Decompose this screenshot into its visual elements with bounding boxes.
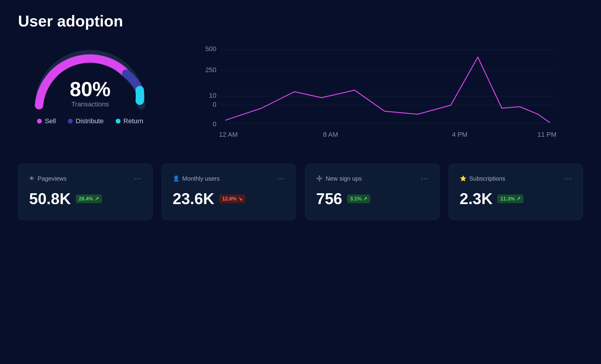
pageviews-icon: 👁: [29, 176, 35, 182]
x-label-8am: 8 AM: [323, 131, 338, 138]
x-label-11pm: 11 PM: [537, 131, 557, 138]
line-chart-container: 500 250 10 0 0 12 AM 8 AM 4 PM 11 PM: [180, 42, 583, 145]
card-header-subscriptions: ⭐ Subscriptions ···: [460, 175, 572, 182]
pageviews-menu[interactable]: ···: [134, 175, 141, 182]
card-pageviews: 👁 Pageviews ··· 50.8K 28.4% ↗: [18, 164, 153, 220]
card-monthly-users: 👤 Monthly users ··· 23.6K 12.6% ↘: [162, 164, 296, 220]
x-label-12am: 12 AM: [219, 131, 238, 138]
monthly-users-badge: 12.6% ↘: [219, 194, 245, 203]
gauge-percent: 80%: [70, 79, 111, 99]
y-label-0b: 0: [213, 120, 216, 128]
new-signups-value: 756: [316, 191, 342, 206]
card-title-new-signups: ➕ New sign ups: [316, 175, 362, 182]
x-label-4pm: 4 PM: [452, 131, 467, 138]
new-signups-menu[interactable]: ···: [421, 175, 428, 182]
gauge-label: Transactions: [70, 100, 111, 108]
gauge-center: 80% Transactions: [70, 79, 111, 108]
card-title-monthly-users: 👤 Monthly users: [173, 175, 220, 182]
subscriptions-title: Subscriptions: [469, 175, 505, 182]
new-signups-icon: ➕: [316, 175, 323, 182]
monthly-users-menu[interactable]: ···: [278, 175, 285, 182]
cards-row: 👁 Pageviews ··· 50.8K 28.4% ↗ 👤 Monthly …: [18, 164, 583, 220]
pageviews-value-row: 50.8K 28.4% ↗: [29, 191, 142, 206]
monthly-users-icon: 👤: [173, 175, 179, 182]
card-title-pageviews: 👁 Pageviews: [29, 175, 67, 182]
card-subscriptions: ⭐ Subscriptions ··· 2.3K 11.3% ↗: [449, 164, 583, 220]
card-header-new-signups: ➕ New sign ups ···: [316, 175, 429, 182]
new-signups-value-row: 756 3.1% ↗: [316, 191, 429, 206]
monthly-users-value-row: 23.6K 12.6% ↘: [173, 191, 285, 206]
new-signups-badge: 3.1% ↗: [347, 194, 370, 203]
subscriptions-icon: ⭐: [460, 175, 466, 182]
subscriptions-badge: 11.3% ↗: [497, 194, 523, 203]
monthly-users-value: 23.6K: [173, 191, 215, 206]
subscriptions-value-row: 2.3K 11.3% ↗: [460, 191, 572, 206]
pageviews-title: Pageviews: [38, 175, 67, 182]
pageviews-badge: 28.4% ↗: [76, 194, 102, 203]
monthly-users-title: Monthly users: [182, 175, 220, 182]
card-new-signups: ➕ New sign ups ··· 756 3.1% ↗: [305, 164, 440, 220]
top-section: 80% Transactions Sell Distribute Return …: [18, 42, 583, 145]
line-chart: 500 250 10 0 0 12 AM 8 AM 4 PM 11 PM: [180, 42, 583, 144]
y-label-0a: 0: [213, 101, 216, 108]
subscriptions-menu[interactable]: ···: [565, 175, 572, 182]
card-title-subscriptions: ⭐ Subscriptions: [460, 175, 505, 182]
subscriptions-value: 2.3K: [460, 191, 493, 206]
y-label-10: 10: [209, 92, 216, 99]
gauge-chart: 80% Transactions: [27, 42, 153, 111]
card-header-pageviews: 👁 Pageviews ···: [29, 175, 142, 182]
page-title: User adoption: [18, 12, 583, 30]
y-label-250: 250: [205, 66, 216, 74]
gauge-container: 80% Transactions Sell Distribute Return: [18, 42, 162, 125]
line-chart-path: [225, 57, 550, 123]
y-label-500: 500: [205, 45, 216, 53]
pageviews-value: 50.8K: [29, 191, 71, 206]
new-signups-title: New sign ups: [326, 175, 362, 182]
card-header-monthly-users: 👤 Monthly users ···: [173, 175, 285, 182]
